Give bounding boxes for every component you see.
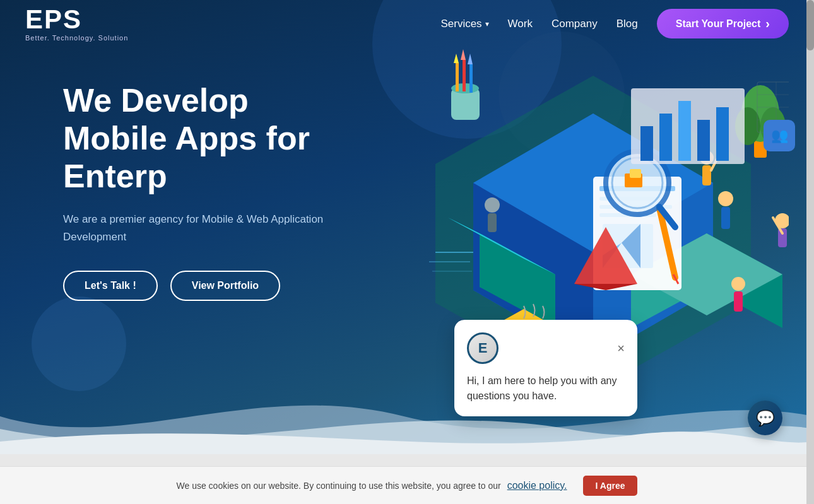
svg-point-35	[485, 197, 500, 213]
svg-rect-38	[721, 207, 730, 229]
nav-link-company[interactable]: Company	[552, 18, 598, 30]
svg-point-42	[731, 277, 745, 291]
chat-close-button[interactable]: ×	[617, 342, 625, 355]
nav-link-blog[interactable]: Blog	[616, 18, 638, 30]
hero-subtitle: We are a premier agency for Mobile & Web…	[63, 211, 341, 245]
hero-section: EPS Better. Technology. Solution Service…	[0, 0, 814, 454]
svg-rect-43	[734, 291, 743, 312]
nav-item-work[interactable]: Work	[508, 18, 533, 30]
svg-rect-50	[456, 63, 459, 91]
chat-avatar: E	[467, 332, 498, 364]
cookie-text: We use cookies on our website. By contin…	[177, 481, 501, 491]
hero-title: We Develop Mobile Apps for Enterp	[63, 82, 410, 195]
nav-item-services[interactable]: Services	[440, 18, 488, 30]
svg-marker-55	[468, 54, 473, 64]
svg-rect-32	[630, 169, 641, 178]
logo[interactable]: EPS Better. Technology. Solution	[25, 6, 128, 42]
logo-tagline: Better. Technology. Solution	[25, 34, 128, 42]
nav-item-cta[interactable]: Start Your Project	[657, 9, 789, 38]
scrollbar-thumb[interactable]	[806, 0, 814, 50]
view-portfolio-button[interactable]: View Portfolio	[170, 271, 280, 301]
hero-title-line3: Enterp	[63, 158, 167, 194]
lets-talk-button[interactable]: Let's Talk !	[63, 271, 158, 301]
nav-link-services[interactable]: Services	[440, 18, 488, 30]
nav-item-blog[interactable]: Blog	[616, 18, 638, 30]
scrollbar[interactable]	[806, 0, 814, 504]
svg-rect-54	[469, 64, 473, 93]
chat-bubble-button[interactable]: 💬	[748, 401, 782, 435]
svg-rect-60	[697, 120, 710, 161]
svg-marker-51	[454, 54, 459, 63]
nav-link-work[interactable]: Work	[508, 18, 533, 30]
svg-rect-57	[640, 126, 653, 161]
start-project-button[interactable]: Start Your Project	[657, 9, 789, 38]
hero-buttons: Let's Talk ! View Portfolio	[63, 271, 410, 301]
hero-wave	[0, 378, 814, 454]
svg-rect-40	[702, 165, 711, 185]
bg-decoration-3	[32, 296, 126, 391]
hero-title-line2: Mobile Apps for	[63, 120, 310, 156]
svg-rect-59	[678, 101, 691, 161]
navbar: EPS Better. Technology. Solution Service…	[0, 0, 814, 47]
social-icon: 👥	[771, 127, 788, 144]
cookie-banner: We use cookies on our website. By contin…	[0, 466, 814, 504]
logo-text: EPS	[25, 6, 82, 33]
svg-point-37	[718, 191, 733, 206]
svg-rect-52	[463, 60, 466, 91]
social-float-button[interactable]: 👥	[764, 120, 795, 151]
chat-message: Hi, I am here to help you with any quest…	[467, 373, 625, 404]
chat-header: E ×	[467, 332, 625, 364]
svg-marker-53	[461, 49, 466, 60]
svg-rect-58	[659, 114, 672, 161]
cookie-policy-link[interactable]: cookie policy.	[507, 480, 567, 491]
chat-bubble-icon: 💬	[756, 409, 775, 427]
hero-title-line1: We Develop	[63, 82, 249, 119]
chat-widget: E × Hi, I am here to help you with any q…	[454, 320, 637, 416]
nav-item-company[interactable]: Company	[552, 18, 598, 30]
nav-links: Services Work Company Blog Start Your Pr…	[440, 9, 789, 38]
cookie-agree-button[interactable]: I Agree	[583, 476, 638, 496]
svg-rect-36	[488, 213, 497, 232]
svg-rect-61	[716, 107, 729, 161]
hero-content: We Develop Mobile Apps for Enterp We are…	[63, 82, 410, 301]
